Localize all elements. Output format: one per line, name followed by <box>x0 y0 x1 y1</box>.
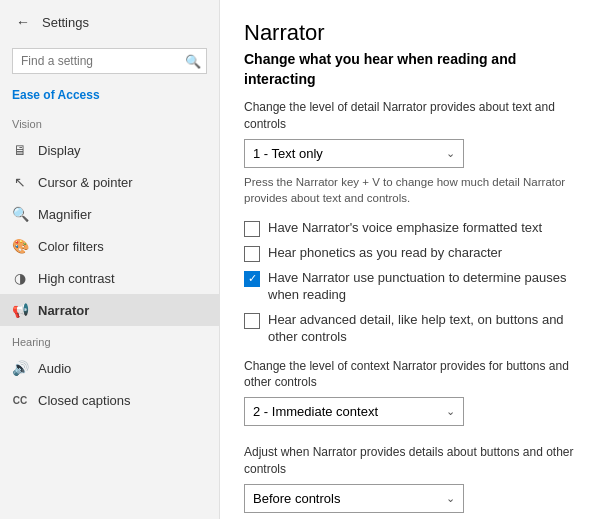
dropdown2-value: 2 - Immediate context <box>253 404 378 419</box>
magnifier-icon: 🔍 <box>12 206 28 222</box>
sidebar-item-magnifier[interactable]: 🔍 Magnifier <box>0 198 219 230</box>
sidebar-item-audio[interactable]: 🔊 Audio <box>0 352 219 384</box>
sidebar-item-label: Color filters <box>38 239 104 254</box>
sidebar-item-display[interactable]: 🖥 Display <box>0 134 219 166</box>
checkbox-1[interactable] <box>244 221 260 237</box>
settings-title: Settings <box>42 15 89 30</box>
section-hearing-label: Hearing <box>0 326 219 352</box>
sidebar: ← Settings 🔍 Ease of Access Vision 🖥 Dis… <box>0 0 220 519</box>
sidebar-item-label: Closed captions <box>38 393 131 408</box>
checkbox-item-2: Hear phonetics as you read by character <box>244 245 576 262</box>
contrast-icon: ◑ <box>12 270 28 286</box>
dropdown3-label: Adjust when Narrator provides details ab… <box>244 444 576 478</box>
sidebar-item-label: Display <box>38 143 81 158</box>
sidebar-item-label: Narrator <box>38 303 89 318</box>
search-icon: 🔍 <box>185 54 201 69</box>
section1-heading: Change what you hear when reading and in… <box>244 50 576 89</box>
display-icon: 🖥 <box>12 142 28 158</box>
sidebar-item-color-filters[interactable]: 🎨 Color filters <box>0 230 219 262</box>
active-section-label: Ease of Access <box>0 82 219 108</box>
sidebar-item-label: High contrast <box>38 271 115 286</box>
audio-icon: 🔊 <box>12 360 28 376</box>
dropdown3-value: Before controls <box>253 491 340 506</box>
sidebar-item-high-contrast[interactable]: ◑ High contrast <box>0 262 219 294</box>
checkbox-4[interactable] <box>244 313 260 329</box>
section-vision-label: Vision <box>0 108 219 134</box>
checkbox-3-label: Have Narrator use punctuation to determi… <box>268 270 576 304</box>
dropdown1[interactable]: 1 - Text only ⌄ <box>244 139 464 168</box>
sidebar-item-captions[interactable]: CC Closed captions <box>0 384 219 416</box>
dropdown1-value: 1 - Text only <box>253 146 323 161</box>
search-input[interactable] <box>12 48 207 74</box>
checkbox-3[interactable] <box>244 271 260 287</box>
dropdown2-label: Change the level of context Narrator pro… <box>244 358 576 392</box>
search-box-container: 🔍 <box>12 48 207 74</box>
dropdown3[interactable]: Before controls ⌄ <box>244 484 464 513</box>
checkbox-group: Have Narrator's voice emphasize formatte… <box>244 220 576 346</box>
checkbox-item-4: Hear advanced detail, like help text, on… <box>244 312 576 346</box>
narrator-icon: 📢 <box>12 302 28 318</box>
captions-icon: CC <box>12 392 28 408</box>
back-button[interactable]: ← <box>12 10 34 34</box>
checkbox-2-label: Hear phonetics as you read by character <box>268 245 502 262</box>
sidebar-item-label: Magnifier <box>38 207 91 222</box>
dropdown1-hint: Press the Narrator key + V to change how… <box>244 174 576 206</box>
checkbox-item-1: Have Narrator's voice emphasize formatte… <box>244 220 576 237</box>
checkbox-4-label: Hear advanced detail, like help text, on… <box>268 312 576 346</box>
chevron-down-icon: ⌄ <box>446 492 455 505</box>
checkbox-item-3: Have Narrator use punctuation to determi… <box>244 270 576 304</box>
chevron-down-icon: ⌄ <box>446 405 455 418</box>
dropdown1-label: Change the level of detail Narrator prov… <box>244 99 576 133</box>
checkbox-2[interactable] <box>244 246 260 262</box>
chevron-down-icon: ⌄ <box>446 147 455 160</box>
sidebar-item-cursor[interactable]: ↖ Cursor & pointer <box>0 166 219 198</box>
dropdown2[interactable]: 2 - Immediate context ⌄ <box>244 397 464 426</box>
sidebar-item-narrator[interactable]: 📢 Narrator <box>0 294 219 326</box>
main-content: Narrator Change what you hear when readi… <box>220 0 600 519</box>
sidebar-header: ← Settings <box>0 0 219 44</box>
sidebar-item-label: Cursor & pointer <box>38 175 133 190</box>
page-title: Narrator <box>244 20 576 46</box>
checkbox-1-label: Have Narrator's voice emphasize formatte… <box>268 220 542 237</box>
color-icon: 🎨 <box>12 238 28 254</box>
cursor-icon: ↖ <box>12 174 28 190</box>
sidebar-item-label: Audio <box>38 361 71 376</box>
